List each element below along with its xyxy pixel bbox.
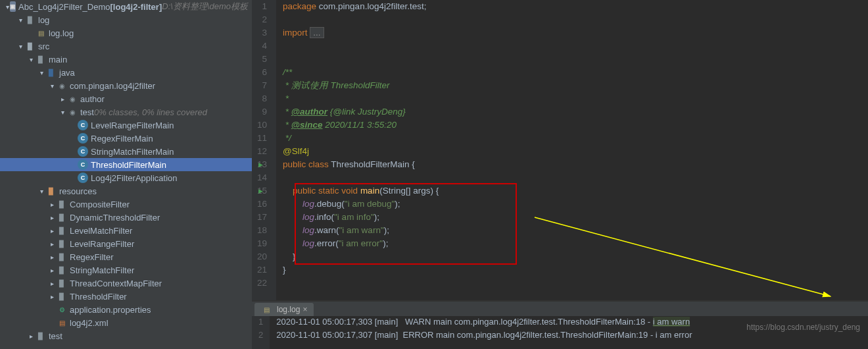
module-tag: [log4j2-filter] [110,2,162,12]
code-line[interactable]: package com.pingan.log4j2filter.test; [283,0,868,13]
gutter-line: 7 [257,79,267,92]
tree-item-com-pingan-log4j2filter[interactable]: ▾◉com.pingan.log4j2filter [0,79,252,92]
tree-item-label: LevelMatchFilter [70,226,132,236]
gutter-line: 4 [257,40,267,53]
gutter-line: 20 [257,250,267,263]
expand-arrow-icon[interactable]: ▸ [47,201,57,208]
console-body[interactable]: 2020-11-01 05:00:17,303 [main] WARN main… [270,316,868,349]
gutter-line: 18 [257,224,267,237]
editor-code[interactable]: package com.pingan.log4j2filter.test;imp… [276,0,868,300]
tree-item-hint: 0% classes, 0% lines covered [94,107,207,117]
close-icon[interactable]: × [302,305,307,314]
tree-item-label: application.properties [70,305,151,315]
gutter-line: 12 [257,145,267,158]
code-line[interactable] [283,40,868,53]
console-line[interactable]: 2020-11-01 05:00:17,303 [main] WARN main… [276,316,868,329]
tree-item-abc-log4j2filter-demo[interactable]: ▾▣Abc_Log4j2Filter_Demo [log4j2-filter] … [0,0,252,13]
expand-arrow-icon[interactable]: ▾ [26,56,36,63]
tree-item-thresholdfiltermain[interactable]: CThresholdFilterMain [0,158,252,171]
tree-item-levelrangefiltermain[interactable]: CLevelRangeFilterMain [0,119,252,132]
tree-item-compositefilter[interactable]: ▸▉CompositeFilter [0,198,252,211]
tree-item-label: ThresholdFilterMain [91,160,166,170]
tree-item-levelmatchfilter[interactable]: ▸▉LevelMatchFilter [0,224,252,237]
code-line[interactable]: * 测试使用 ThresholdFilter [283,79,868,92]
expand-arrow-icon[interactable]: ▸ [47,240,57,248]
code-line[interactable]: } [283,263,868,277]
tree-item-label: resources [59,186,97,196]
tree-item-label: RegexFilterMain [91,134,153,144]
tree-item-main[interactable]: ▾▉main [0,53,252,66]
tree-item-src[interactable]: ▾▉src [0,40,252,53]
expand-arrow-icon[interactable]: ▸ [47,227,57,234]
tree-item-dynamicthresholdfilter[interactable]: ▸▉DynamicThresholdFilter [0,211,252,224]
code-line[interactable]: import ... [283,26,868,40]
expand-arrow-icon[interactable]: ▾ [16,16,25,24]
code-line[interactable] [283,53,868,66]
code-line[interactable]: @Slf4j [283,145,868,158]
code-line[interactable]: /** [283,66,868,79]
tree-item-resources[interactable]: ▾▉resources [0,184,252,198]
code-line[interactable] [283,171,868,184]
console-tab-label: log.log [277,305,300,314]
code-line[interactable]: log.debug("i am debug"); [283,198,868,211]
tree-item-label: java [59,68,75,78]
expand-arrow-icon[interactable]: ▾ [16,43,25,50]
tree-item-levelrangefilter[interactable]: ▸▉LevelRangeFilter [0,237,252,250]
code-line[interactable]: */ [283,132,868,145]
tree-item-java[interactable]: ▾▉java [0,66,252,79]
tree-item-label: test [80,107,94,117]
expand-arrow-icon[interactable]: ▾ [58,109,67,116]
expand-arrow-icon[interactable]: ▸ [47,280,57,287]
console-tab[interactable]: ▤ log.log × [254,303,314,316]
tree-item-label: com.pingan.log4j2filter [70,81,155,91]
expand-arrow-icon[interactable]: ▸ [47,293,57,300]
console-output[interactable]: 12 2020-11-01 05:00:17,303 [main] WARN m… [252,316,868,349]
tree-item-test[interactable]: ▸▉test [0,329,252,342]
code-line[interactable]: * [283,92,868,105]
tree-item-author[interactable]: ▸◉author [0,92,252,105]
run-gutter-icon[interactable]: ▶ [258,158,263,171]
code-line[interactable]: } [283,250,868,263]
tree-item-log[interactable]: ▾▉log [0,13,252,26]
console-tab-bar: ▤ log.log × [252,302,868,316]
tree-item-stringmatchfiltermain[interactable]: CStringMatchFilterMain [0,145,252,158]
expand-arrow-icon[interactable]: ▾ [5,3,10,11]
tree-item-label: StringMatchFilter [70,265,134,275]
expand-arrow-icon[interactable]: ▸ [47,267,57,274]
code-editor[interactable]: 12345678910111213▶1415▶16171819202122 pa… [252,0,868,300]
tree-item-log4j2-xml[interactable]: ▤log4j2.xml [0,316,252,329]
tree-item-regexfiltermain[interactable]: CRegexFilterMain [0,132,252,145]
expand-arrow-icon[interactable]: ▸ [47,214,57,221]
expand-arrow-icon[interactable]: ▸ [58,95,67,103]
tree-item-log4j2filterapplication[interactable]: CLog4j2FilterApplication [0,171,252,184]
tree-item-log-log[interactable]: ▤log.log [0,26,252,40]
console-gutter: 12 [252,316,270,349]
code-line[interactable] [283,13,868,26]
tree-item-label: log [38,15,49,25]
expand-arrow-icon[interactable]: ▾ [37,69,46,76]
code-line[interactable]: log.info("i am info"); [283,211,868,224]
expand-arrow-icon[interactable]: ▾ [47,82,57,90]
tree-item-stringmatchfilter[interactable]: ▸▉StringMatchFilter [0,263,252,277]
tree-item-label: ThresholdFilter [70,292,127,302]
project-tree[interactable]: ▾▣Abc_Log4j2Filter_Demo [log4j2-filter] … [0,0,252,349]
code-line[interactable]: * @author {@link JustryDeng} [283,105,868,119]
gutter-line: 13▶ [257,158,267,171]
tree-item-regexfilter[interactable]: ▸▉RegexFilter [0,250,252,263]
code-line[interactable]: * @since 2020/11/1 3:55:20 [283,119,868,132]
tree-item-thresholdfilter[interactable]: ▸▉ThresholdFilter [0,290,252,303]
tree-item-test[interactable]: ▾◉test 0% classes, 0% lines covered [0,105,252,119]
code-line[interactable]: public static void main(String[] args) { [283,184,868,198]
tree-item-label: LevelRangeFilterMain [91,121,174,130]
code-line[interactable]: log.error("i am error"); [283,237,868,250]
tree-item-application-properties[interactable]: ⚙application.properties [0,303,252,316]
expand-arrow-icon[interactable]: ▾ [37,188,46,195]
tree-item-threadcontextmapfilter[interactable]: ▸▉ThreadContextMapFilter [0,277,252,290]
expand-arrow-icon[interactable]: ▸ [26,333,36,340]
code-line[interactable]: log.warn("i am warn"); [283,224,868,237]
code-line[interactable]: public class ThresholdFilterMain { [283,158,868,171]
console-line[interactable]: 2020-11-01 05:00:17,307 [main] ERROR mai… [276,329,868,342]
expand-arrow-icon[interactable]: ▸ [47,254,57,261]
run-gutter-icon[interactable]: ▶ [258,184,263,198]
code-line[interactable] [283,277,868,290]
